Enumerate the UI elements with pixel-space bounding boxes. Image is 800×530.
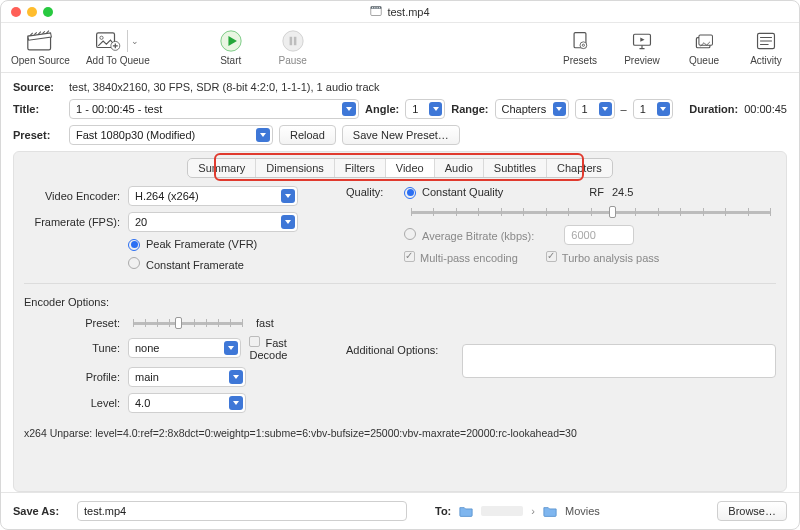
bitrate-field [564, 225, 634, 245]
svg-point-5 [379, 7, 380, 8]
save-new-preset-button[interactable]: Save New Preset… [342, 125, 460, 145]
framerate-label: Framerate (FPS): [24, 216, 120, 228]
angle-select[interactable]: 1 [405, 99, 445, 119]
destination-folder[interactable]: Movies [565, 505, 600, 517]
preset-row: Preset: Fast 1080p30 (Modified) Reload S… [13, 125, 787, 145]
title-select[interactable]: 1 - 00:00:45 - test [69, 99, 359, 119]
source-value: test, 3840x2160, 30 FPS, SDR (8-bit 4:2:… [69, 81, 380, 93]
settings-tabs: SummaryDimensionsFiltersVideoAudioSubtit… [187, 158, 612, 178]
peak-framerate-radio[interactable]: Peak Framerate (VFR) [128, 238, 257, 251]
preset-select[interactable]: Fast 1080p30 (Modified) [69, 125, 273, 145]
tab-summary[interactable]: Summary [188, 159, 256, 177]
settings-panel: SummaryDimensionsFiltersVideoAudioSubtit… [13, 151, 787, 492]
video-encoder-select[interactable]: H.264 (x264) [128, 186, 298, 206]
save-as-label: Save As: [13, 505, 69, 517]
tab-chapters[interactable]: Chapters [547, 159, 612, 177]
chevron-down-icon[interactable]: ⌄ [127, 30, 142, 52]
x264-unparse: x264 Unparse: level=4.0:ref=2:8x8dct=0:w… [24, 427, 776, 439]
additional-options-label: Additional Options: [346, 344, 454, 356]
multi-pass-checkbox: Multi-pass encoding [404, 251, 518, 264]
framerate-select[interactable]: 20 [128, 212, 298, 232]
pause-icon [278, 29, 308, 53]
window-controls [11, 7, 53, 17]
level-label: Level: [24, 397, 120, 409]
constant-quality-radio[interactable]: Constant Quality [404, 186, 503, 199]
tab-dimensions[interactable]: Dimensions [256, 159, 334, 177]
range-to-select[interactable]: 1 [633, 99, 673, 119]
tune-select[interactable]: none [128, 338, 241, 358]
presets-button[interactable]: Presets [557, 29, 603, 66]
profile-select[interactable]: main [128, 367, 246, 387]
tab-video[interactable]: Video [386, 159, 435, 177]
encoder-preset-label: Preset: [24, 317, 120, 329]
footer: Save As: To: › Movies Browse… [1, 492, 799, 529]
quality-slider[interactable] [411, 205, 771, 219]
encoder-options-header: Encoder Options: [24, 296, 776, 308]
chevron-down-icon [342, 102, 356, 116]
range-from-select[interactable]: 1 [575, 99, 615, 119]
svg-point-15 [580, 42, 587, 49]
activity-log-icon [751, 29, 781, 53]
zoom-window-button[interactable] [43, 7, 53, 17]
svg-rect-12 [289, 37, 292, 45]
monitor-play-icon [627, 29, 657, 53]
range-mode-select[interactable]: Chapters [495, 99, 569, 119]
preview-button[interactable]: Preview [619, 29, 665, 66]
image-plus-icon [93, 29, 123, 53]
tab-filters[interactable]: Filters [335, 159, 386, 177]
tab-subtitles[interactable]: Subtitles [484, 159, 547, 177]
rf-value: 24.5 [612, 186, 633, 198]
destination-to-label: To: [435, 505, 451, 517]
browse-button[interactable]: Browse… [717, 501, 787, 521]
folder-icon [459, 505, 473, 517]
pause-button[interactable]: Pause [270, 29, 316, 66]
tab-audio[interactable]: Audio [435, 159, 484, 177]
additional-options-field[interactable] [462, 344, 776, 378]
main-toolbar: Open Source ⌄ Add To Queue Start [1, 23, 799, 73]
profile-label: Profile: [24, 371, 120, 383]
rf-label: RF [589, 186, 604, 198]
minimize-window-button[interactable] [27, 7, 37, 17]
svg-point-2 [372, 7, 373, 8]
angle-label: Angle: [365, 103, 399, 115]
play-icon [216, 29, 246, 53]
constant-framerate-radio[interactable]: Constant Framerate [128, 257, 244, 271]
range-label: Range: [451, 103, 488, 115]
activity-button[interactable]: Activity [743, 29, 789, 66]
svg-rect-1 [371, 6, 382, 8]
svg-point-3 [375, 7, 376, 8]
turbo-checkbox: Turbo analysis pass [546, 251, 659, 264]
svg-point-4 [377, 7, 378, 8]
reload-button[interactable]: Reload [279, 125, 336, 145]
open-source-button[interactable]: Open Source [11, 29, 70, 66]
add-to-queue-button[interactable]: ⌄ Add To Queue [86, 29, 150, 66]
preset-label: Preset: [13, 129, 63, 141]
quality-label: Quality: [346, 186, 396, 198]
svg-rect-13 [294, 37, 297, 45]
close-window-button[interactable] [11, 7, 21, 17]
fast-decode-checkbox[interactable]: Fast Decode [249, 336, 324, 361]
destination-volume[interactable] [481, 506, 523, 516]
svg-point-11 [283, 31, 303, 51]
stack-icon [689, 29, 719, 53]
duration-label: Duration: [689, 103, 738, 115]
window-title: test.mp4 [1, 5, 799, 19]
folder-icon [543, 505, 557, 517]
document-gear-icon [565, 29, 595, 53]
average-bitrate-radio[interactable]: Average Bitrate (kbps): [404, 228, 534, 242]
clapperboard-icon [25, 29, 55, 53]
level-select[interactable]: 4.0 [128, 393, 246, 413]
svg-rect-19 [699, 35, 713, 45]
title-row: Title: 1 - 00:00:45 - test Angle: 1 Rang… [13, 99, 787, 119]
duration-value: 00:00:45 [744, 103, 787, 115]
source-row: Source: test, 3840x2160, 30 FPS, SDR (8-… [13, 81, 787, 93]
title-label: Title: [13, 103, 63, 115]
app-window: test.mp4 Open Source ⌄ Add To Queue [0, 0, 800, 530]
source-label: Source: [13, 81, 63, 93]
titlebar: test.mp4 [1, 1, 799, 23]
save-as-field[interactable] [77, 501, 407, 521]
encoder-preset-slider[interactable] [133, 316, 243, 330]
queue-button[interactable]: Queue [681, 29, 727, 66]
start-button[interactable]: Start [208, 29, 254, 66]
movie-file-icon [370, 5, 382, 19]
